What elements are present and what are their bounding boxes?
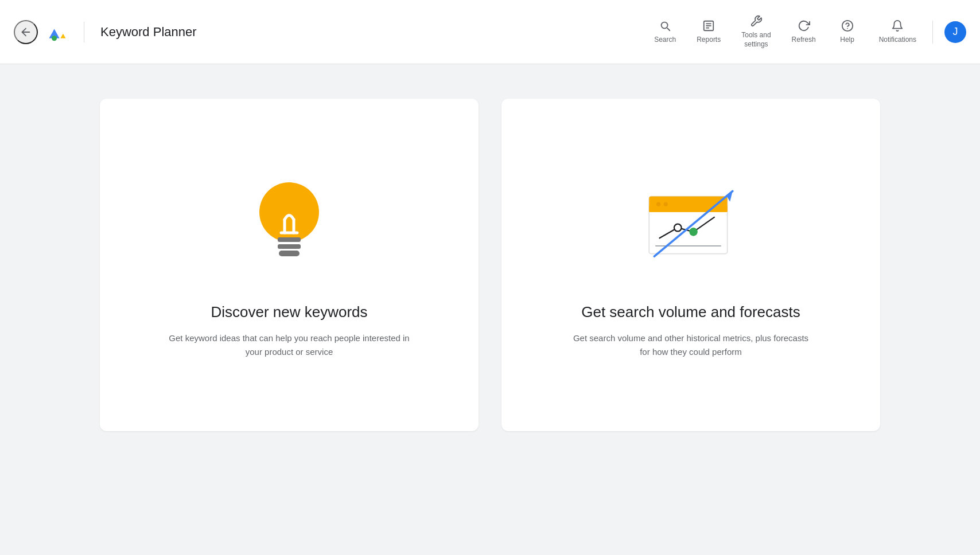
nav-label-help: Help [840, 36, 854, 45]
svg-rect-19 [649, 206, 727, 212]
header: Keyword Planner Search Reports To [0, 0, 980, 64]
svg-rect-14 [278, 237, 301, 242]
header-logo-divider [84, 22, 84, 42]
search-icon [659, 19, 671, 32]
nav-item-refresh[interactable]: Refresh [783, 15, 825, 49]
reports-icon [702, 19, 715, 32]
page-title: Keyword Planner [100, 25, 197, 40]
svg-point-20 [656, 202, 660, 206]
svg-marker-2 [60, 33, 65, 38]
back-button[interactable] [14, 20, 38, 44]
forecast-card[interactable]: Get search volume and forecasts Get sear… [501, 99, 880, 431]
nav-item-notifications[interactable]: Notifications [870, 15, 925, 49]
svg-point-23 [674, 224, 682, 232]
discover-card-title: Discover new keywords [211, 303, 367, 322]
nav-item-tools[interactable]: Tools and settings [732, 10, 780, 53]
nav-item-search[interactable]: Search [645, 15, 685, 49]
discover-card-desc: Get keyword ideas that can help you reac… [169, 331, 410, 359]
help-icon [841, 19, 854, 32]
svg-rect-16 [279, 251, 300, 256]
notifications-icon [891, 19, 904, 32]
tools-icon [750, 15, 763, 28]
nav-label-reports: Reports [697, 36, 721, 45]
svg-point-21 [664, 202, 668, 206]
forecast-card-desc: Get search volume and other historical m… [570, 331, 811, 359]
nav-label-notifications: Notifications [879, 36, 916, 45]
nav-avatar-divider [932, 21, 933, 44]
svg-point-3 [52, 36, 57, 41]
header-left: Keyword Planner [14, 20, 197, 44]
nav-item-help[interactable]: Help [827, 15, 868, 49]
forecast-illustration [633, 165, 748, 280]
refresh-icon [798, 19, 810, 32]
user-avatar[interactable]: J [944, 21, 966, 43]
nav-label-tools: Tools and settings [741, 31, 771, 49]
svg-point-24 [689, 228, 698, 236]
nav-label-search: Search [654, 36, 676, 45]
nav-label-refresh: Refresh [792, 36, 816, 45]
discover-illustration [232, 165, 347, 280]
main-content: Discover new keywords Get keyword ideas … [0, 64, 980, 466]
google-ads-logo-icon [47, 22, 68, 42]
discover-keywords-card[interactable]: Discover new keywords Get keyword ideas … [100, 99, 479, 431]
forecast-card-title: Get search volume and forecasts [581, 303, 800, 322]
nav-item-reports[interactable]: Reports [687, 15, 730, 49]
header-nav: Search Reports Tools and settings [645, 10, 966, 53]
svg-rect-15 [278, 244, 301, 249]
